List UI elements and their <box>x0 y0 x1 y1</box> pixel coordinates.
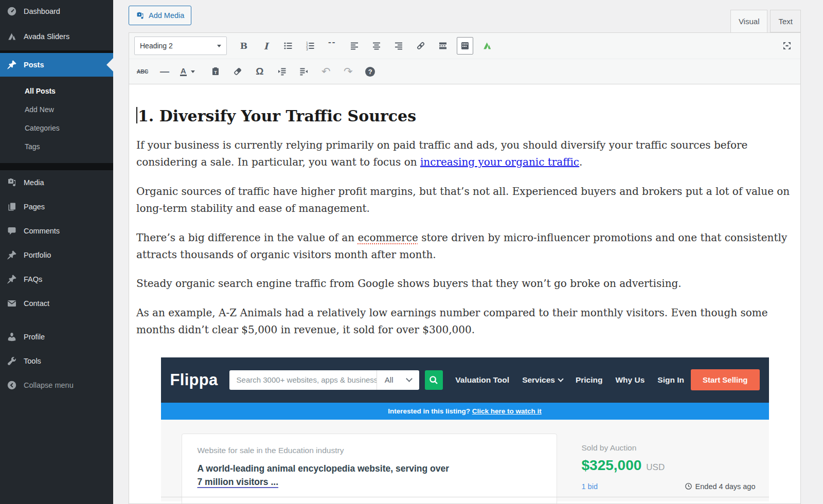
submenu-item-categories[interactable]: Categories <box>0 119 113 137</box>
sidebar-item-label: Avada Sliders <box>24 32 69 41</box>
sidebar-item-posts[interactable]: Posts <box>0 53 113 77</box>
align-left-icon <box>349 41 360 51</box>
paste-as-text-button[interactable]: T <box>207 63 224 80</box>
format-dropdown[interactable]: Heading 2 <box>134 37 227 55</box>
help-button[interactable]: ? <box>362 63 379 80</box>
format-dropdown-value: Heading 2 <box>140 42 173 50</box>
post-content-area[interactable]: 1. Diversify Your Traffic Sources If you… <box>129 84 800 501</box>
chevron-down-icon <box>217 45 221 47</box>
fullscreen-button[interactable] <box>779 37 795 55</box>
chevron-down-icon <box>191 70 195 73</box>
clear-formatting-button[interactable] <box>229 63 246 80</box>
collapse-arrow-icon <box>6 380 17 391</box>
auction-ended-label: Ended 4 days ago <box>685 482 756 491</box>
strikethrough-button[interactable]: ABC <box>134 63 151 80</box>
sidebar-item-profile[interactable]: Profile <box>0 325 113 349</box>
wrench-icon <box>6 355 17 367</box>
align-center-button[interactable] <box>368 37 385 55</box>
read-more-button[interactable] <box>435 37 451 55</box>
search-icon <box>428 375 439 385</box>
blockquote-button[interactable]: “ <box>324 37 341 55</box>
outdent-button[interactable] <box>274 63 290 80</box>
indent-icon <box>299 66 309 77</box>
flippa-watch-banner: Interested in this listing? Click here t… <box>161 403 769 420</box>
editor-frame: Heading 2 B I 123 “ <box>129 32 801 504</box>
flippa-search-button <box>425 370 443 390</box>
avada-builder-button[interactable] <box>479 37 495 55</box>
listing-kicker: Website for sale in the Education indust… <box>198 446 541 455</box>
text-color-button[interactable]: A <box>178 63 196 80</box>
pin-icon <box>6 249 17 261</box>
sidebar-item-portfolio[interactable]: Portfolio <box>0 243 113 267</box>
listing-title: A world-leading animal encyclopedia webs… <box>198 462 470 489</box>
sidebar-item-tools[interactable]: Tools <box>0 349 113 373</box>
pages-icon <box>6 201 17 212</box>
tab-text[interactable]: Text <box>770 10 801 32</box>
post-paragraph: Steady organic search engine traffic fro… <box>136 275 793 292</box>
listing-title-link: 7 million visitors ... <box>198 477 279 487</box>
redo-button[interactable]: ↷ <box>340 63 356 80</box>
sidebar-item-dashboard[interactable]: Dashboard <box>0 0 113 23</box>
submenu-item-all-posts[interactable]: All Posts <box>0 82 113 100</box>
special-character-button[interactable]: Ω <box>252 63 268 80</box>
chevron-down-icon <box>558 376 563 382</box>
post-paragraph: Organic sources of traffic have higher p… <box>136 183 793 218</box>
clock-icon <box>685 482 692 490</box>
svg-text:T: T <box>214 70 217 75</box>
flippa-listing-card: Website for sale in the Education indust… <box>182 434 557 504</box>
posts-submenu: All Posts Add New Categories Tags <box>0 77 113 163</box>
tab-visual[interactable]: Visual <box>730 10 768 32</box>
sidebar-item-media[interactable]: Media <box>0 170 113 194</box>
indent-button[interactable] <box>296 63 312 80</box>
listing-meta-row: 1 bid Ended 4 days ago <box>582 482 756 491</box>
sidebar-item-label: Media <box>24 178 44 187</box>
submenu-item-add-new[interactable]: Add New <box>0 100 113 119</box>
numbered-list-button[interactable]: 123 <box>302 37 318 55</box>
italic-button[interactable]: I <box>258 37 274 55</box>
price-amount: $325,000 <box>582 457 642 474</box>
paste-as-text-icon: T <box>210 66 221 77</box>
sidebar-item-label: Tools <box>24 357 41 365</box>
add-media-label: Add Media <box>149 11 184 20</box>
bulleted-list-icon <box>283 41 293 51</box>
link-icon <box>416 41 426 51</box>
sidebar-gap <box>0 315 113 325</box>
sidebar-item-label: Dashboard <box>24 7 60 15</box>
align-right-button[interactable] <box>390 37 407 55</box>
post-paragraph: If your business is currently relying pr… <box>136 137 793 171</box>
insert-link-button[interactable] <box>413 37 429 55</box>
dashboard-icon <box>6 6 17 17</box>
sidebar-item-faqs[interactable]: FAQs <box>0 267 113 291</box>
submenu-item-tags[interactable]: Tags <box>0 137 113 156</box>
bulleted-list-button[interactable] <box>280 37 296 55</box>
undo-button[interactable]: ↶ <box>318 63 334 80</box>
embedded-flippa-screenshot[interactable]: Flippa Search 3000+ websites, apps & bus… <box>161 357 769 501</box>
media-icon <box>6 177 17 188</box>
organic-traffic-link[interactable]: increasing your organic traffic <box>420 156 579 168</box>
sidebar-item-comments[interactable]: Comments <box>0 219 113 243</box>
align-left-button[interactable] <box>346 37 363 55</box>
envelope-icon <box>6 298 17 309</box>
sidebar-item-contact[interactable]: Contact <box>0 291 113 315</box>
bold-button[interactable]: B <box>236 37 252 55</box>
avada-builder-icon <box>482 41 492 51</box>
post-paragraph: There’s a big difference in the value of… <box>136 229 793 264</box>
add-media-button[interactable]: Add Media <box>129 6 191 25</box>
sidebar-item-pages[interactable]: Pages <box>0 194 113 219</box>
fullscreen-icon <box>782 41 792 51</box>
sidebar-item-label: Posts <box>24 61 44 69</box>
add-media-icon <box>136 11 145 20</box>
user-icon <box>6 331 17 343</box>
flippa-listing-body: Website for sale in the Education indust… <box>161 420 769 501</box>
numbered-list-icon: 123 <box>305 41 315 51</box>
sidebar-collapse-menu[interactable]: Collapse menu <box>0 373 113 397</box>
sidebar-separator <box>0 163 113 170</box>
flippa-nav: Valuation Tool Services Pricing Why Us S… <box>455 375 684 385</box>
sidebar-item-avada-sliders[interactable]: Avada Sliders <box>0 23 113 50</box>
comment-bubble-icon <box>6 225 17 237</box>
flippa-header: Flippa Search 3000+ websites, apps & bus… <box>161 357 769 403</box>
spellcheck-flagged-word: ecommerce <box>357 231 418 244</box>
flippa-nav-valuation-tool: Valuation Tool <box>455 375 509 385</box>
toolbar-toggle-button[interactable] <box>457 37 473 55</box>
horizontal-rule-button[interactable]: — <box>156 63 173 80</box>
